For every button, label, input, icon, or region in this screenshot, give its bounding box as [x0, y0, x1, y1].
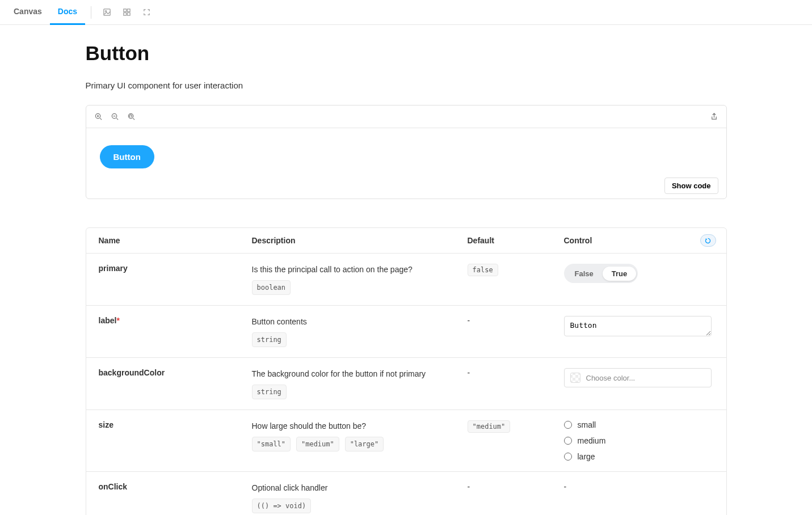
zoom-in-icon[interactable] — [94, 112, 103, 121]
doc-content: Button Primary UI component for user int… — [69, 25, 744, 515]
type-badge: "large" — [345, 437, 384, 451]
prop-desc-label: Button contents string — [252, 316, 462, 347]
tab-canvas[interactable]: Canvas — [6, 0, 50, 25]
radio-icon — [564, 421, 572, 429]
image-icon[interactable] — [99, 5, 115, 20]
type-badge: string — [252, 385, 287, 399]
svg-point-1 — [106, 11, 107, 12]
svg-rect-5 — [127, 12, 130, 15]
preview-toolbar — [86, 105, 726, 128]
row-label: label* Button contents string - — [86, 305, 726, 357]
prop-name-backgroundcolor: backgroundColor — [99, 368, 246, 377]
default-size: "medium" — [468, 420, 558, 433]
zoom-reset-icon[interactable] — [127, 112, 136, 121]
show-code-button[interactable]: Show code — [664, 178, 718, 194]
radio-icon — [564, 437, 572, 445]
preview-canvas: Button Show code — [86, 128, 726, 199]
type-badge: "small" — [252, 437, 291, 451]
header-default: Default — [468, 236, 558, 245]
radio-icon — [564, 453, 572, 461]
control-label — [564, 316, 714, 338]
prop-desc-backgroundcolor: The background color for the button if n… — [252, 368, 462, 399]
row-onclick: onClick Optional click handler (() => vo… — [86, 471, 726, 515]
header-name: Name — [99, 236, 246, 245]
preview-box: Button Show code — [86, 105, 727, 199]
type-badge: string — [252, 332, 287, 347]
color-picker[interactable]: Choose color... — [564, 368, 712, 387]
expand-icon[interactable] — [139, 5, 154, 20]
color-placeholder: Choose color... — [586, 374, 636, 382]
args-table: Name Description Default Control primary… — [86, 227, 727, 515]
svg-rect-3 — [127, 9, 130, 12]
prop-name-primary: primary — [99, 264, 246, 273]
default-onclick: - — [468, 482, 558, 491]
toggle-true[interactable]: True — [603, 267, 636, 281]
prop-desc-size: How large should the button be? "small" … — [252, 420, 462, 451]
prop-name-onclick: onClick — [99, 482, 246, 491]
header-control: Control — [564, 236, 714, 245]
row-size: size How large should the button be? "sm… — [86, 410, 726, 471]
tab-divider — [91, 6, 91, 19]
page-subtitle: Primary UI component for user interactio… — [86, 81, 727, 90]
tab-docs[interactable]: Docs — [50, 0, 85, 25]
header-description: Description — [252, 236, 462, 245]
control-primary: False True — [564, 264, 714, 283]
prop-name-size: size — [99, 420, 246, 429]
default-primary: false — [468, 264, 558, 276]
prop-desc-onclick: Optional click handler (() => void) — [252, 482, 462, 513]
prop-name-label: label* — [99, 316, 246, 325]
color-swatch-icon — [570, 373, 580, 383]
page-title: Button — [86, 42, 727, 65]
svg-rect-4 — [124, 12, 127, 15]
radio-large[interactable]: large — [564, 452, 714, 461]
row-primary: primary Is this the principal call to ac… — [86, 253, 726, 305]
type-badge: boolean — [252, 280, 291, 295]
label-input[interactable] — [564, 316, 712, 336]
control-size: small medium large — [564, 420, 714, 461]
demo-button[interactable]: Button — [100, 145, 154, 168]
zoom-out-icon[interactable] — [111, 112, 119, 121]
boolean-toggle[interactable]: False True — [564, 264, 638, 283]
toggle-false[interactable]: False — [566, 267, 603, 281]
prop-desc-primary: Is this the principal call to action on … — [252, 264, 462, 295]
reset-controls-button[interactable] — [700, 234, 716, 247]
top-toolbar: Canvas Docs — [0, 0, 812, 25]
svg-rect-2 — [124, 9, 127, 12]
control-backgroundcolor: Choose color... — [564, 368, 714, 387]
share-icon[interactable] — [710, 112, 718, 121]
radio-small[interactable]: small — [564, 420, 714, 429]
default-backgroundcolor: - — [468, 368, 558, 377]
radio-medium[interactable]: medium — [564, 436, 714, 445]
row-backgroundcolor: backgroundColor The background color for… — [86, 357, 726, 410]
default-label: - — [468, 316, 558, 325]
type-badge: (() => void) — [252, 499, 312, 513]
grid-icon[interactable] — [119, 5, 134, 20]
type-badge: "medium" — [296, 437, 339, 451]
control-onclick: - — [564, 482, 714, 491]
args-table-header: Name Description Default Control — [86, 228, 726, 253]
